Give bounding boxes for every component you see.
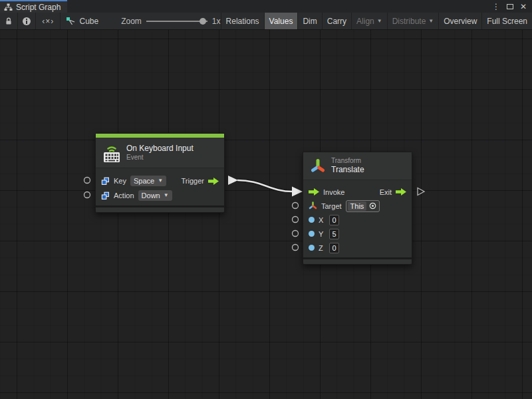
trigger-flow-icon bbox=[208, 178, 219, 185]
invoke-label: Invoke bbox=[323, 188, 344, 196]
info-icon bbox=[22, 17, 31, 26]
inspect-button[interactable] bbox=[18, 13, 36, 29]
dropdown-arrow-icon: ▼ bbox=[428, 18, 434, 24]
wire-arrowhead bbox=[292, 187, 303, 197]
x-value-input[interactable]: 0 bbox=[329, 215, 339, 225]
z-input-port bbox=[293, 245, 299, 251]
exit-flow-icon bbox=[396, 188, 406, 196]
action-input-port bbox=[84, 192, 90, 198]
node-header[interactable]: Transform Translate bbox=[303, 152, 412, 180]
zoom-slider[interactable] bbox=[146, 21, 207, 22]
lock-icon bbox=[4, 17, 13, 26]
toolbar-button-values[interactable]: Values bbox=[265, 13, 299, 29]
toolbar-button-dim[interactable]: Dim bbox=[298, 13, 322, 29]
x-label: X bbox=[319, 216, 325, 224]
key-row: Key Space ▼ Trigger bbox=[96, 174, 224, 188]
trigger-output-port bbox=[228, 176, 238, 185]
action-label: Action bbox=[114, 192, 134, 200]
graph-toolbar: ‹×› Cube Zoom 1x Relations Values Dim bbox=[0, 13, 532, 30]
node-subtitle: Event bbox=[126, 154, 194, 162]
button-label: Carry bbox=[327, 17, 346, 26]
toolbar-button-overview[interactable]: Overview bbox=[439, 13, 482, 29]
toolbar-button-relations[interactable]: Relations bbox=[221, 13, 265, 29]
node-title: Translate bbox=[331, 165, 364, 175]
script-graph-window: Script Graph ⋮ ✕ ‹×› bbox=[0, 0, 532, 399]
toolbar-button-distribute[interactable]: Distribute ▼ bbox=[388, 13, 440, 29]
scope-target-icon bbox=[369, 202, 376, 209]
tab-title: Script Graph bbox=[16, 3, 61, 12]
enum-port-icon bbox=[101, 177, 110, 186]
node-body: Key Space ▼ Trigger Ac bbox=[96, 168, 224, 205]
target-value: This bbox=[348, 201, 367, 211]
button-label: Align bbox=[356, 17, 374, 26]
node-group: Transform bbox=[331, 157, 364, 165]
node-title: On Keyboard Input bbox=[126, 144, 194, 154]
code-preview-button[interactable]: ‹×› bbox=[36, 13, 61, 29]
maximize-icon[interactable] bbox=[507, 4, 513, 9]
key-dropdown[interactable]: Space ▼ bbox=[130, 176, 166, 186]
node-translate[interactable]: Transform Translate Invoke Exit bbox=[303, 152, 412, 265]
zoom-control: Zoom 1x bbox=[121, 13, 220, 29]
tab-script-graph[interactable]: Script Graph bbox=[0, 0, 67, 13]
action-value: Down bbox=[142, 191, 160, 200]
toolbar-toggles: Relations Values Dim Carry Align ▼ Distr… bbox=[221, 13, 532, 29]
x-input-port bbox=[293, 217, 299, 223]
exit-label: Exit bbox=[380, 188, 392, 196]
z-row: Z 0 bbox=[303, 241, 412, 255]
transform-port-icon bbox=[309, 201, 317, 210]
y-input-port bbox=[293, 231, 299, 237]
button-label: Dim bbox=[303, 17, 317, 26]
close-icon[interactable]: ✕ bbox=[520, 3, 527, 11]
y-row: Y 5 bbox=[303, 227, 412, 241]
exit-output-port bbox=[418, 188, 424, 196]
button-label: Distribute bbox=[392, 17, 426, 26]
float-port-icon bbox=[309, 231, 315, 237]
target-input-port bbox=[293, 203, 299, 209]
target-label: Target bbox=[321, 202, 342, 210]
key-label: Key bbox=[114, 177, 126, 185]
button-label: Values bbox=[269, 17, 293, 26]
zoom-slider-handle[interactable] bbox=[200, 18, 206, 25]
key-input-port bbox=[84, 178, 90, 184]
node-footer bbox=[96, 205, 224, 212]
dropdown-arrow-icon: ▼ bbox=[158, 176, 163, 186]
z-value-input[interactable]: 0 bbox=[329, 243, 339, 253]
float-port-icon bbox=[309, 245, 315, 251]
y-value-input[interactable]: 5 bbox=[329, 229, 339, 239]
node-body: Invoke Exit Target This bbox=[303, 180, 412, 257]
z-label: Z bbox=[319, 244, 325, 252]
title-bar: Script Graph ⋮ ✕ bbox=[0, 0, 532, 13]
trigger-label: Trigger bbox=[182, 177, 204, 185]
invoke-flow-icon bbox=[309, 188, 319, 196]
code-icon: ‹×› bbox=[42, 17, 54, 26]
transform-icon bbox=[310, 158, 326, 174]
x-row: X 0 bbox=[303, 213, 412, 227]
graph-pointer-icon bbox=[66, 17, 76, 25]
dropdown-arrow-icon: ▼ bbox=[164, 191, 169, 200]
toolbar-button-align[interactable]: Align ▼ bbox=[352, 13, 388, 29]
graph-canvas[interactable]: On Keyboard Input Event Key Space ▼ bbox=[0, 30, 532, 399]
node-header[interactable]: On Keyboard Input Event bbox=[96, 138, 224, 168]
invoke-row: Invoke Exit bbox=[303, 185, 412, 199]
node-on-keyboard-input[interactable]: On Keyboard Input Event Key Space ▼ bbox=[95, 133, 225, 213]
action-row: Action Down ▼ bbox=[96, 188, 224, 203]
window-controls: ⋮ ✕ bbox=[492, 0, 532, 13]
dropdown-arrow-icon: ▼ bbox=[377, 18, 382, 24]
toolbar-button-carry[interactable]: Carry bbox=[323, 13, 352, 29]
graph-context-label: Cube bbox=[79, 17, 98, 26]
target-self-chip[interactable]: This bbox=[346, 200, 380, 212]
action-dropdown[interactable]: Down ▼ bbox=[138, 190, 172, 201]
button-label: Full Screen bbox=[487, 17, 527, 26]
toolbar-button-fullscreen[interactable]: Full Screen bbox=[482, 13, 532, 29]
trigger-invoke-wire bbox=[237, 180, 293, 192]
node-titles: Transform Translate bbox=[331, 157, 364, 175]
window-menu-icon[interactable]: ⋮ bbox=[492, 3, 500, 11]
lock-button[interactable] bbox=[0, 13, 18, 29]
float-port-icon bbox=[309, 217, 315, 223]
graph-hierarchy-icon bbox=[4, 3, 13, 11]
target-row: Target This bbox=[303, 199, 412, 213]
zoom-label: Zoom bbox=[121, 17, 142, 26]
graph-context[interactable]: Cube bbox=[61, 13, 104, 29]
node-titles: On Keyboard Input Event bbox=[126, 144, 194, 162]
button-label: Overview bbox=[444, 17, 477, 26]
